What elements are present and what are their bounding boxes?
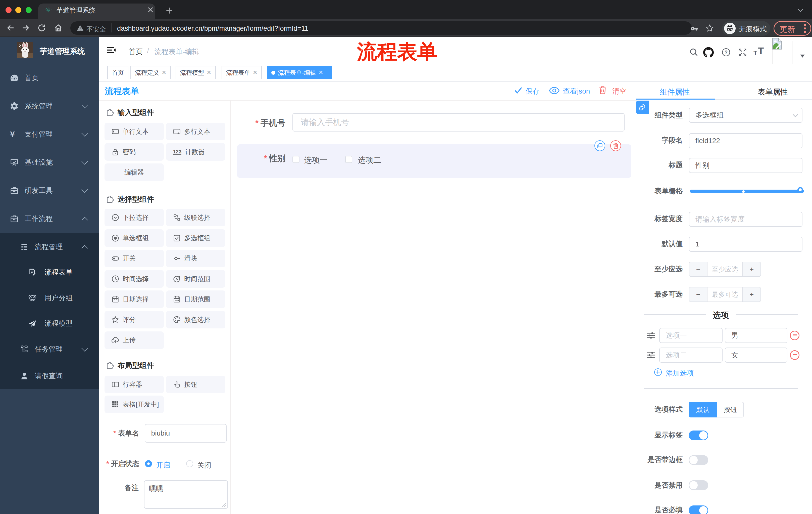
svg-text:?: ?: [725, 50, 728, 55]
